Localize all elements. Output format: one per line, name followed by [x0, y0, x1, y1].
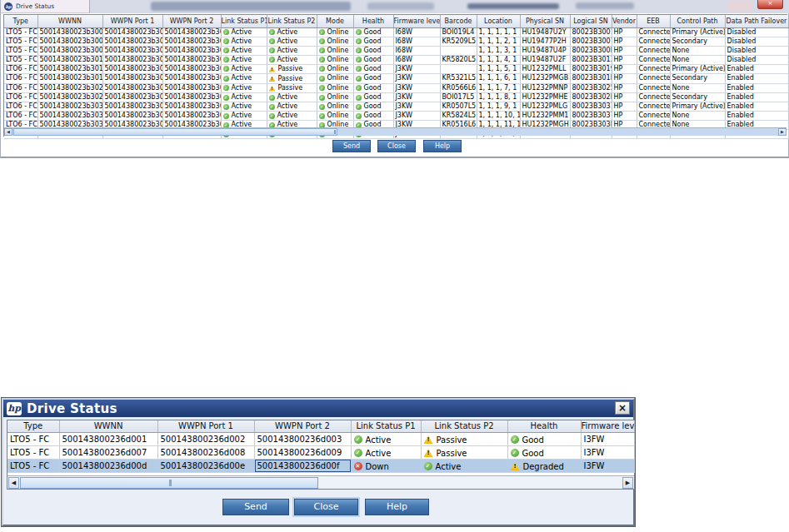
- table-cell[interactable]: ✓Good: [353, 83, 393, 93]
- table-cell[interactable]: 50014380023b3013: [37, 55, 102, 64]
- table-cell[interactable]: ✓Good: [353, 93, 393, 102]
- table-cell[interactable]: HP: [612, 64, 637, 74]
- table-cell[interactable]: !Passive: [421, 445, 507, 459]
- table-cell[interactable]: Enabled: [725, 74, 788, 84]
- table-cell[interactable]: Disabled: [725, 46, 788, 55]
- table-cell[interactable]: 1, 1, 1, 7, 1: [477, 83, 520, 93]
- table-cell[interactable]: LTO5 - FC: [7, 432, 59, 445]
- table-cell[interactable]: LTO5 - FC: [4, 27, 37, 37]
- table-cell[interactable]: ✓Active: [267, 27, 317, 37]
- table-row[interactable]: LTO5 - FC500143800236d00d500143800236d00…: [7, 459, 634, 472]
- table-cell[interactable]: Enabled: [725, 112, 788, 121]
- table-cell[interactable]: J3KW: [393, 74, 440, 84]
- table-cell[interactable]: ✓Online: [317, 74, 353, 84]
- table-cell[interactable]: J3KW: [393, 83, 440, 93]
- table-cell[interactable]: ✓Active: [267, 102, 317, 112]
- table-cell[interactable]: ✓Active: [221, 46, 267, 55]
- table-cell[interactable]: ✓Active: [267, 93, 317, 102]
- table-cell[interactable]: ✓Active: [267, 55, 317, 64]
- table-cell[interactable]: LTO5 - FC: [4, 37, 37, 46]
- scroll-left-button[interactable]: ◀: [4, 128, 12, 136]
- table-cell[interactable]: 80023B3007: [570, 37, 612, 46]
- window-close-button[interactable]: ×: [757, 0, 783, 9]
- table-cell[interactable]: 50014380023b3039: [162, 112, 221, 121]
- table-cell[interactable]: !Degraded: [507, 459, 581, 472]
- table-cell[interactable]: BOI017L5: [440, 93, 477, 102]
- table-cell[interactable]: J3KW: [393, 64, 440, 74]
- table-cell[interactable]: 500143800236d002: [157, 432, 254, 445]
- table-cell[interactable]: LTO6 - FC: [4, 102, 37, 112]
- table-cell[interactable]: HP: [612, 46, 637, 55]
- table-cell[interactable]: 50014380023b301b: [162, 64, 221, 74]
- table-cell[interactable]: ✓Active: [267, 37, 317, 46]
- table-cell[interactable]: Secondary: [670, 37, 725, 46]
- table-cell[interactable]: J3KW: [393, 112, 440, 121]
- table-cell[interactable]: 80023B302B: [570, 93, 612, 102]
- table-cell[interactable]: 50014380023b3009: [162, 37, 221, 46]
- table-cell[interactable]: I68W: [393, 46, 440, 55]
- table-cell[interactable]: KR5209L5: [440, 37, 477, 46]
- table-cell[interactable]: 50014380023b301f: [37, 74, 102, 84]
- table-cell[interactable]: ✓Online: [317, 64, 353, 74]
- table-cell[interactable]: 500143800236d008: [157, 445, 254, 459]
- table-cell[interactable]: Enabled: [725, 102, 788, 112]
- table-cell[interactable]: Connected: [637, 93, 670, 102]
- table-cell[interactable]: I3FW: [581, 432, 634, 445]
- table-cell[interactable]: Secondary: [670, 93, 725, 102]
- table-cell[interactable]: 500143800236d009: [254, 445, 351, 459]
- table-cell[interactable]: Primary (Active): [670, 27, 725, 37]
- table-cell[interactable]: 50014380023b3019: [37, 64, 102, 74]
- table-cell[interactable]: 50014380023b3008: [102, 37, 162, 46]
- table-cell[interactable]: Connected: [637, 46, 670, 55]
- table-cell[interactable]: None: [670, 83, 725, 93]
- table-cell[interactable]: 50014380023b3007: [37, 37, 102, 46]
- table-cell[interactable]: Enabled: [725, 64, 788, 74]
- table-cell[interactable]: LTO6 - FC: [4, 93, 37, 102]
- table-cell[interactable]: KR5321L5: [440, 74, 477, 84]
- scrollbar-thumb[interactable]: [20, 477, 318, 489]
- table-cell[interactable]: 500143800236d003: [254, 432, 351, 445]
- table-cell[interactable]: 50014380023b3026: [102, 83, 162, 93]
- table-cell[interactable]: ✓Active: [351, 445, 421, 459]
- table-cell[interactable]: ✓Good: [353, 64, 393, 74]
- table-cell[interactable]: I68W: [393, 27, 440, 37]
- table-cell[interactable]: I3FW: [581, 445, 634, 459]
- table-cell[interactable]: !Passive: [267, 83, 317, 93]
- table-cell[interactable]: [440, 64, 477, 74]
- send-button[interactable]: Send: [222, 499, 289, 515]
- table-row[interactable]: LTO6 - FC50014380023b303750014380023b303…: [4, 112, 788, 121]
- table-row[interactable]: LTO5 - FC500143800236d007500143800236d00…: [7, 445, 634, 459]
- table-cell[interactable]: 1, 1, 1, 9, 1: [477, 102, 520, 112]
- table-cell[interactable]: 500143800236d00f: [254, 459, 351, 472]
- table-cell[interactable]: 50014380023b3038: [102, 112, 162, 121]
- table-cell[interactable]: LTO5 - FC: [4, 46, 37, 55]
- scrollbar-thumb[interactable]: [13, 128, 337, 136]
- table-cell[interactable]: HU19477P2H: [520, 37, 570, 46]
- table-cell[interactable]: !Passive: [267, 64, 317, 74]
- table-cell[interactable]: LTO6 - FC: [4, 83, 37, 93]
- table-cell[interactable]: None: [670, 112, 725, 121]
- table-cell[interactable]: 50014380023b3033: [162, 102, 221, 112]
- table-cell[interactable]: 1, 1, 1, 6, 1: [477, 74, 520, 84]
- table-cell[interactable]: HP: [612, 74, 637, 84]
- table-cell[interactable]: !Passive: [267, 74, 317, 84]
- table-cell[interactable]: 50014380023b302b: [37, 93, 102, 102]
- table-cell[interactable]: Disabled: [725, 27, 788, 37]
- table-cell[interactable]: ✓Online: [317, 27, 353, 37]
- table-cell[interactable]: Primary (Active): [670, 64, 725, 74]
- scroll-left-button[interactable]: ◀: [8, 477, 19, 489]
- table-cell[interactable]: !Passive: [421, 432, 507, 445]
- table-cell[interactable]: None: [670, 46, 725, 55]
- table-cell[interactable]: 50014380023b302c: [102, 93, 162, 102]
- table-cell[interactable]: 50014380023b3002: [102, 27, 162, 37]
- table-cell[interactable]: Connected: [637, 74, 670, 84]
- table-cell[interactable]: 1, 1, 1, 2, 1: [477, 37, 520, 46]
- table-cell[interactable]: HP: [612, 27, 637, 37]
- table-row[interactable]: LTO5 - FC50014380023b300d50014380023b300…: [4, 46, 788, 55]
- table-cell[interactable]: 1, 1, 1, 1, 1: [477, 27, 520, 37]
- table-cell[interactable]: 1, 1, 1, 4, 1: [477, 55, 520, 64]
- table-cell[interactable]: ✓Active: [221, 112, 267, 121]
- table-cell[interactable]: HP: [612, 37, 637, 46]
- table-cell[interactable]: 80023B300D: [570, 46, 612, 55]
- detail-title-bar[interactable]: hp Drive Status: [3, 400, 633, 417]
